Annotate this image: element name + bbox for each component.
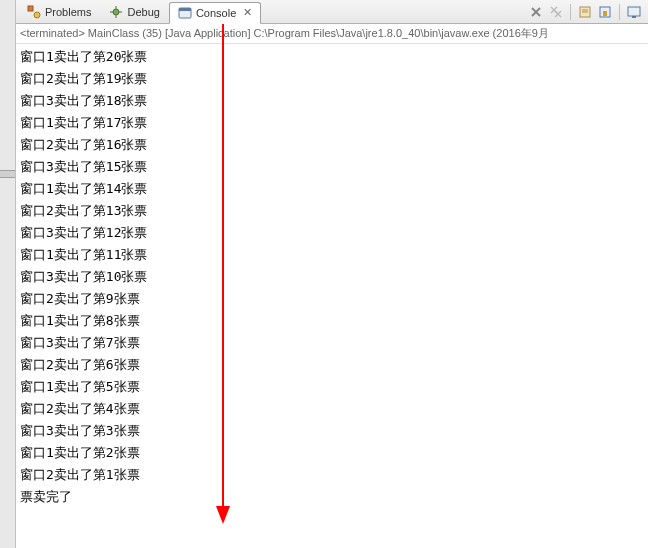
- svg-point-2: [113, 9, 119, 15]
- svg-rect-0: [28, 6, 33, 11]
- console-line: 窗口1卖出了第8张票: [20, 310, 644, 332]
- console-line: 窗口1卖出了第20张票: [20, 46, 644, 68]
- console-line: 窗口1卖出了第14张票: [20, 178, 644, 200]
- separator: [619, 4, 620, 20]
- close-icon[interactable]: ✕: [243, 6, 252, 19]
- display-icon[interactable]: [626, 4, 642, 20]
- svg-rect-21: [632, 16, 636, 18]
- console-line: 窗口1卖出了第11张票: [20, 244, 644, 266]
- console-line: 窗口3卖出了第3张票: [20, 420, 644, 442]
- gutter-split[interactable]: [0, 170, 15, 178]
- debug-icon: [109, 5, 123, 19]
- remove-all-icon[interactable]: [548, 4, 564, 20]
- console-line: 窗口2卖出了第16张票: [20, 134, 644, 156]
- tab-label: Problems: [45, 6, 91, 18]
- console-output[interactable]: 窗口1卖出了第20张票窗口2卖出了第19张票窗口3卖出了第18张票窗口1卖出了第…: [16, 44, 648, 548]
- tab-problems[interactable]: Problems: [18, 1, 100, 23]
- console-line: 窗口2卖出了第4张票: [20, 398, 644, 420]
- console-line: 窗口3卖出了第15张票: [20, 156, 644, 178]
- console-line: 窗口1卖出了第2张票: [20, 442, 644, 464]
- clear-console-icon[interactable]: [577, 4, 593, 20]
- console-line: 窗口2卖出了第1张票: [20, 464, 644, 486]
- scroll-lock-icon[interactable]: [597, 4, 613, 20]
- console-line: 窗口1卖出了第5张票: [20, 376, 644, 398]
- console-line: 窗口2卖出了第9张票: [20, 288, 644, 310]
- console-line: 窗口2卖出了第19张票: [20, 68, 644, 90]
- console-line: 窗口3卖出了第12张票: [20, 222, 644, 244]
- console-line: 窗口2卖出了第13张票: [20, 200, 644, 222]
- terminated-status: <terminated> MainClass (35) [Java Applic…: [16, 24, 648, 44]
- console-line: 票卖完了: [20, 486, 644, 508]
- console-line: 窗口3卖出了第18张票: [20, 90, 644, 112]
- tab-debug[interactable]: Debug: [100, 1, 168, 23]
- console-line: 窗口3卖出了第7张票: [20, 332, 644, 354]
- console-icon: [178, 6, 192, 20]
- remove-launch-icon[interactable]: [528, 4, 544, 20]
- problems-icon: [27, 5, 41, 19]
- tab-console[interactable]: Console ✕: [169, 2, 261, 24]
- svg-point-1: [34, 12, 40, 18]
- tab-label: Console: [196, 7, 236, 19]
- tab-label: Debug: [127, 6, 159, 18]
- console-toolbar: [528, 4, 648, 20]
- separator: [570, 4, 571, 20]
- console-line: 窗口2卖出了第6张票: [20, 354, 644, 376]
- left-gutter: [0, 0, 16, 548]
- svg-rect-20: [628, 7, 640, 16]
- console-line: 窗口1卖出了第17张票: [20, 112, 644, 134]
- svg-rect-19: [603, 11, 607, 16]
- tab-bar: Problems Debug Console ✕: [16, 0, 648, 24]
- svg-rect-8: [179, 8, 191, 11]
- console-line: 窗口3卖出了第10张票: [20, 266, 644, 288]
